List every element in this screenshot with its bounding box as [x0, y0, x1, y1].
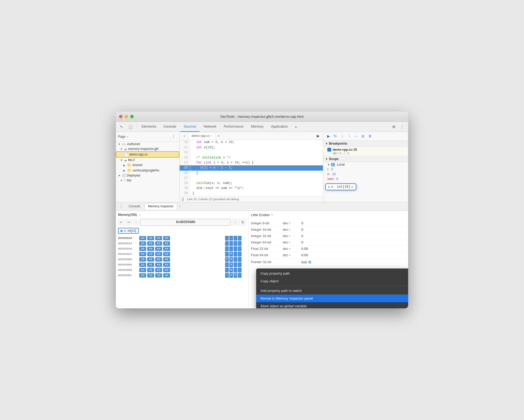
cloud-icon: ☁	[124, 158, 127, 162]
refresh-button[interactable]: ↻	[239, 219, 246, 226]
line-number: 19	[180, 186, 190, 191]
value-format: dec ∨	[283, 240, 301, 244]
format-dropdown-icon[interactable]: ∨	[289, 222, 291, 225]
close-memory-tab-icon[interactable]: ×	[139, 213, 141, 216]
ctx-copy-property-path[interactable]: Copy property path	[256, 270, 408, 277]
pointer-link-icon[interactable]: ⊕	[308, 260, 311, 264]
format-dropdown-icon[interactable]: ∨	[289, 228, 291, 231]
close-button[interactable]	[119, 115, 122, 118]
tab-elements[interactable]: Elements	[138, 122, 159, 132]
var-popup[interactable]: ▶ x: int[10] ⊞	[325, 183, 356, 190]
hex-byte: 00	[163, 257, 170, 262]
tree-item-memory-inspector[interactable]: ▼ ☁ memory-inspector.glit	[116, 146, 179, 151]
cursor-icon[interactable]: ↖	[118, 123, 125, 131]
hex-address: 005050A0	[118, 237, 139, 240]
more-tabs-icon[interactable]: »	[292, 123, 299, 131]
back-nav-icon[interactable]: ↩	[118, 219, 124, 225]
tab-console[interactable]: Console	[160, 122, 179, 132]
hex-byte: 00	[163, 273, 170, 278]
line-code: calcSum(x, n, sum);	[190, 181, 323, 186]
breakpoints-section[interactable]: ▼ Breakpoints	[323, 141, 408, 147]
file-panel-more-icon[interactable]: ⋮	[170, 133, 177, 140]
tab-memory-inspector[interactable]: Memory Inspector	[145, 203, 177, 209]
step-button[interactable]: →	[353, 133, 359, 139]
tree-item-file[interactable]: ▼ ☁ file://	[116, 158, 179, 162]
prev-address-icon[interactable]: ‹	[133, 219, 139, 225]
ascii-char: .	[238, 246, 242, 251]
tree-item-top[interactable]: ▼ □ top	[116, 178, 179, 183]
breakpoint-checkbox[interactable]: ✓	[327, 148, 331, 152]
collapse-icon[interactable]: «	[181, 132, 188, 140]
memory-icon: ⊞	[351, 185, 353, 189]
tree-item-usr[interactable]: ▶ 📁 usr/local/google/ho	[116, 168, 179, 173]
address-input[interactable]	[140, 219, 231, 226]
hex-byte: 00	[163, 268, 170, 272]
ctx-copy-object[interactable]: Copy object	[256, 277, 408, 285]
format-dropdown-icon[interactable]: ∨	[289, 247, 291, 250]
source-tab-bar: « demo-cpp.cc × » ▶	[180, 132, 323, 140]
hex-ascii: . P P .	[225, 273, 246, 278]
format-dropdown-icon[interactable]: ∨	[289, 234, 291, 237]
deactivate-button[interactable]: ⊘	[360, 133, 366, 139]
hex-bytes: 80 4D 00 00	[139, 252, 225, 256]
hex-byte: E0	[139, 268, 146, 272]
run-icon[interactable]: ▶	[314, 132, 322, 140]
step-over-button[interactable]: ↻	[332, 133, 339, 139]
ctx-store-global[interactable]: Store object as global variable	[256, 302, 408, 308]
format-icon[interactable]: {}	[182, 197, 184, 201]
maximize-button[interactable]	[130, 115, 134, 118]
settings-icon[interactable]: ⚙	[390, 123, 398, 131]
source-line-11: 11 int x[10];	[180, 145, 323, 150]
hex-row-4: 005050B0 50 4E 00 00 P N .	[118, 257, 246, 262]
endian-label: Little Endian	[251, 213, 270, 217]
close-bottom-tab-icon[interactable]: ×	[179, 205, 181, 208]
tab-sources[interactable]: Sources	[180, 122, 200, 132]
tab-application[interactable]: Application	[268, 122, 291, 132]
scope-section[interactable]: ▼ Scope	[323, 156, 408, 162]
tab-performance[interactable]: Performance	[221, 122, 247, 132]
forward-nav-icon[interactable]: ↪	[125, 219, 132, 225]
memory-nav: ↩ ↪ ‹ › ↻	[118, 219, 246, 226]
hex-byte: 00	[147, 241, 154, 246]
memory-tag-label: x: int[10]	[124, 229, 136, 233]
minimize-button[interactable]	[125, 115, 128, 118]
tab-console[interactable]: Console	[125, 203, 143, 209]
tree-item-bsw[interactable]: ▶ 📁 b/s/w/ir	[116, 162, 179, 168]
tree-label: usr/local/google/ho	[133, 169, 159, 172]
ascii-char: .	[229, 236, 233, 241]
step-into-button[interactable]: ↓	[339, 133, 345, 139]
ctx-reveal-memory-inspector[interactable]: Reveal in Memory Inspector panel	[256, 295, 408, 302]
format-dropdown-icon[interactable]: ∨	[289, 241, 291, 244]
tab-memory[interactable]: Memory	[248, 122, 267, 132]
source-line-14: 14 for (int i = 0; i < 10; ++i) {	[180, 160, 323, 165]
value-number: 0x0 ⊕	[301, 259, 311, 264]
resume-button[interactable]: ▶	[325, 133, 332, 139]
step-out-button[interactable]: ↑	[346, 133, 352, 139]
panel-options-icon[interactable]: ⋮	[118, 204, 124, 209]
var-val-n: 10	[332, 172, 336, 176]
hex-byte: 4D	[147, 252, 154, 256]
more-tabs-icon[interactable]: »	[216, 133, 221, 138]
hex-byte: 00	[139, 236, 146, 240]
pause-button[interactable]: ⏸	[367, 133, 373, 139]
tree-item-demo-cpp[interactable]: 📄 demo-cpp.cc	[116, 151, 179, 158]
hex-byte: 00	[163, 236, 170, 240]
close-icon[interactable]: ×	[211, 134, 213, 137]
source-tab-demo-cpp[interactable]: demo-cpp.cc ×	[189, 132, 215, 139]
device-icon[interactable]: ⬜	[126, 123, 134, 131]
ascii-char: N	[229, 257, 233, 262]
more-options-icon[interactable]: ⋮	[399, 123, 406, 131]
value-row-float32: Float 32-bit dec ∨ 0.00	[251, 246, 406, 252]
hex-byte: 00	[163, 263, 170, 267]
hex-bytes: 00 00 00 00	[139, 241, 225, 246]
ctx-add-to-watch[interactable]: Add property path to watch	[256, 287, 408, 295]
tab-network[interactable]: Network	[201, 122, 220, 132]
hex-bytes: E0 50 50 00	[139, 273, 225, 278]
debug-panel: ▶ ↻ ↓ ↑ → ⊘ ⏸ ▼ Breakpoints ✓ demo-cpp.	[323, 132, 408, 202]
next-address-icon[interactable]: ›	[232, 219, 238, 225]
endian-dropdown-icon[interactable]: ∨	[271, 213, 273, 216]
format-dropdown-icon[interactable]: ∨	[289, 254, 291, 257]
local-label: Local	[337, 163, 345, 166]
tree-label: demo-cpp.cc	[129, 153, 148, 156]
hex-bytes: 00 00 00 00	[139, 247, 225, 251]
